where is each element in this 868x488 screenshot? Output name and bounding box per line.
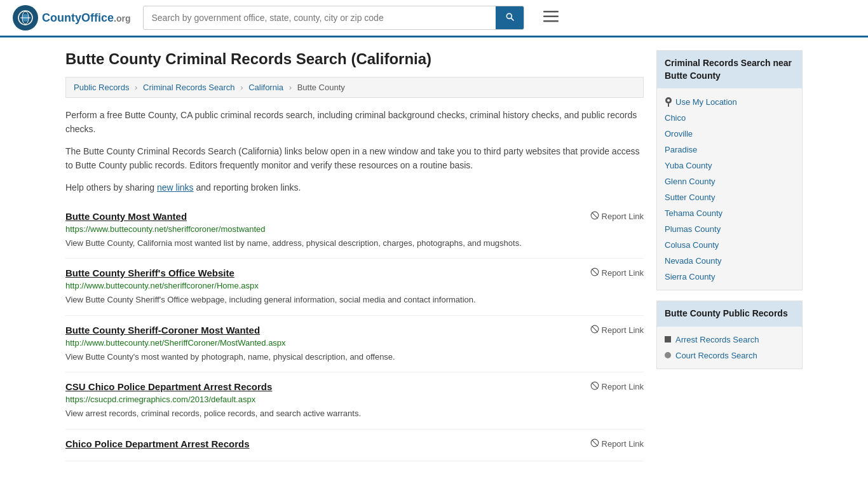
record-item: CSU Chico Police Department Arrest Recor…	[65, 372, 644, 430]
record-url[interactable]: http://www.buttecounty.net/sheriffcorone…	[65, 281, 644, 290]
sidebar-criminal-item[interactable]: Paradise	[657, 142, 802, 158]
sidebar-criminal-item[interactable]: Colusa County	[657, 237, 802, 253]
breadcrumb-california[interactable]: California	[248, 83, 283, 92]
record-desc: View Butte County Sheriff's Office webpa…	[65, 294, 644, 306]
hamburger-menu-icon[interactable]	[543, 10, 559, 26]
record-item-header: Butte County Most Wanted Report Link	[65, 211, 644, 222]
criminal-records-sidebar-title: Criminal Records Search near Butte Count…	[657, 51, 802, 88]
sidebar-public-record-label: Arrest Records Search	[675, 335, 759, 344]
description-para2: The Butte County Criminal Records Search…	[65, 144, 644, 173]
svg-point-17	[667, 99, 670, 102]
report-link[interactable]: Report Link	[590, 325, 644, 336]
svg-rect-5	[543, 20, 559, 22]
sidebar-public-records-items: Arrest Records SearchCourt Records Searc…	[657, 332, 802, 363]
sidebar-criminal-item[interactable]: Glenn County	[657, 173, 802, 189]
svg-line-11	[592, 326, 597, 332]
record-icon-circle	[665, 352, 671, 358]
record-title[interactable]: Butte County Sheriff-Coroner Most Wanted	[65, 325, 260, 336]
record-item-header: Chico Police Department Arrest Records R…	[65, 438, 644, 449]
record-desc: View arrest records, criminal records, p…	[65, 407, 644, 420]
report-link[interactable]: Report Link	[590, 211, 644, 222]
record-url[interactable]: http://www.buttecounty.net/SheriffCorone…	[65, 338, 644, 348]
record-icon-square	[665, 336, 671, 342]
record-item: Butte County Sheriff's Office Website Re…	[65, 259, 644, 316]
sidebar-criminal-items: ChicoOrovilleParadiseYuba CountyGlenn Co…	[657, 110, 802, 285]
sidebar: Criminal Records Search near Butte Count…	[656, 50, 803, 461]
sidebar-criminal-item[interactable]: Chico	[657, 110, 802, 126]
public-records-sidebar-title: Butte County Public Records	[657, 301, 802, 327]
report-link[interactable]: Report Link	[590, 381, 644, 392]
search-container	[143, 6, 524, 30]
sidebar-criminal-item[interactable]: Yuba County	[657, 158, 802, 173]
report-icon	[590, 268, 599, 278]
svg-rect-4	[543, 16, 559, 18]
record-title[interactable]: Chico Police Department Arrest Records	[65, 438, 250, 449]
breadcrumb-butte-county: Butte County	[297, 83, 345, 92]
location-pin-icon	[665, 97, 672, 107]
sidebar-criminal-item[interactable]: Tehama County	[657, 205, 802, 221]
use-my-location[interactable]: Use My Location	[657, 93, 802, 110]
record-item-header: Butte County Sheriff-Coroner Most Wanted…	[65, 325, 644, 336]
record-url[interactable]: https://www.buttecounty.net/sheriffcoron…	[65, 224, 644, 234]
record-item: Chico Police Department Arrest Records R…	[65, 430, 644, 461]
sidebar-criminal-item[interactable]: Plumas County	[657, 221, 802, 237]
search-input[interactable]	[144, 8, 496, 28]
record-desc: View Butte County, California most wante…	[65, 237, 644, 250]
sidebar-public-record-item[interactable]: Court Records Search	[657, 348, 802, 363]
report-link[interactable]: Report Link	[590, 438, 644, 449]
report-link[interactable]: Report Link	[590, 268, 644, 278]
svg-line-7	[592, 212, 597, 218]
new-links-link[interactable]: new links	[157, 182, 194, 193]
public-records-sidebar-section: Butte County Public Records Arrest Recor…	[656, 301, 803, 369]
report-icon	[590, 381, 599, 392]
record-url[interactable]: https://csucpd.crimegraphics.com/2013/de…	[65, 395, 644, 404]
report-icon	[590, 211, 599, 222]
logo[interactable]: CountyOffice.org	[13, 5, 130, 30]
record-item: Butte County Sheriff-Coroner Most Wanted…	[65, 316, 644, 373]
page-title: Butte County Criminal Records Search (Ca…	[65, 50, 644, 68]
header: CountyOffice.org	[0, 0, 868, 37]
logo-icon	[13, 5, 38, 30]
public-records-sidebar-body: Arrest Records SearchCourt Records Searc…	[657, 327, 802, 369]
report-icon	[590, 325, 599, 336]
record-desc: View Butte County's most wanted by photo…	[65, 351, 644, 363]
criminal-records-sidebar-section: Criminal Records Search near Butte Count…	[656, 50, 803, 290]
sidebar-criminal-item[interactable]: Sierra County	[657, 269, 802, 285]
sidebar-public-record-label: Court Records Search	[675, 351, 757, 360]
search-button[interactable]	[496, 6, 524, 29]
svg-rect-3	[543, 11, 559, 13]
report-icon	[590, 438, 599, 449]
criminal-records-sidebar-body: Use My Location ChicoOrovilleParadiseYub…	[657, 88, 802, 290]
record-title[interactable]: Butte County Sheriff's Office Website	[65, 268, 234, 278]
record-item-header: Butte County Sheriff's Office Website Re…	[65, 268, 644, 278]
main-container: Butte County Criminal Records Search (Ca…	[53, 37, 815, 474]
breadcrumb-criminal-search[interactable]: Criminal Records Search	[143, 83, 235, 92]
breadcrumb-public-records[interactable]: Public Records	[74, 83, 129, 92]
svg-line-13	[592, 383, 597, 389]
record-title[interactable]: Butte County Most Wanted	[65, 211, 187, 222]
description-para1: Perform a free Butte County, CA public c…	[65, 108, 644, 137]
svg-line-9	[592, 269, 597, 275]
sidebar-criminal-item[interactable]: Sutter County	[657, 189, 802, 205]
record-item-header: CSU Chico Police Department Arrest Recor…	[65, 381, 644, 392]
record-title[interactable]: CSU Chico Police Department Arrest Recor…	[65, 381, 272, 392]
description-para3: Help others by sharing new links and rep…	[65, 180, 644, 194]
sidebar-criminal-item[interactable]: Nevada County	[657, 253, 802, 269]
records-list: Butte County Most Wanted Report Link htt…	[65, 202, 644, 461]
sidebar-criminal-item[interactable]: Oroville	[657, 126, 802, 142]
record-item: Butte County Most Wanted Report Link htt…	[65, 202, 644, 259]
logo-text: CountyOffice.org	[42, 11, 130, 25]
breadcrumb: Public Records › Criminal Records Search…	[65, 77, 644, 98]
content-area: Butte County Criminal Records Search (Ca…	[65, 50, 644, 461]
svg-line-15	[592, 440, 597, 445]
sidebar-public-record-item[interactable]: Arrest Records Search	[657, 332, 802, 348]
